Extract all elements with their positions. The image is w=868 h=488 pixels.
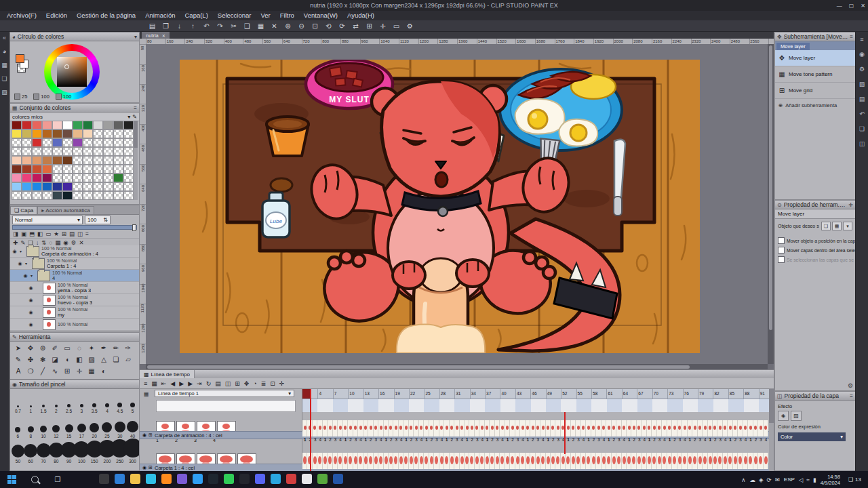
frame-cel[interactable] (652, 420, 656, 436)
brush-size-option[interactable]: 3 (75, 389, 88, 414)
frame-cel[interactable] (495, 453, 500, 469)
color-swatch[interactable] (83, 156, 93, 165)
frame-cel[interactable] (465, 420, 469, 436)
frame-cel[interactable] (353, 453, 358, 469)
frame-cel[interactable] (399, 420, 403, 436)
color-swatch[interactable] (52, 138, 62, 147)
frame-cel[interactable] (358, 453, 363, 469)
color-swatch[interactable] (123, 138, 134, 147)
color-swatch[interactable] (73, 174, 83, 182)
color-swatch[interactable] (62, 165, 73, 174)
color-swatch[interactable] (113, 138, 123, 147)
frame-cel[interactable] (647, 420, 652, 436)
start-button[interactable] (0, 471, 23, 488)
frame-cel[interactable] (546, 453, 551, 469)
language-indicator[interactable]: ESP (784, 476, 795, 483)
app-word[interactable] (330, 470, 346, 488)
brush-size-option[interactable]: 30 (113, 414, 126, 439)
brush-size-option[interactable]: 5 (126, 389, 139, 414)
menu-item[interactable]: Filtro (276, 11, 298, 20)
frame-cel[interactable] (728, 453, 732, 469)
brush-size-option[interactable]: 1 (24, 389, 37, 414)
brush-size-option[interactable]: 1.5 (37, 389, 50, 414)
app-file-explorer[interactable] (127, 470, 143, 488)
new-file-icon[interactable]: ▤ (148, 22, 157, 30)
color-swatch[interactable] (93, 165, 103, 174)
tool-gradient[interactable]: ▨ (85, 354, 98, 365)
color-swatch[interactable] (22, 165, 32, 174)
color-swatch[interactable] (103, 121, 113, 129)
frame-cel[interactable] (555, 453, 560, 469)
menu-item[interactable]: Gestión de la página (73, 11, 140, 20)
frame-cel[interactable] (596, 453, 601, 469)
color-swatch[interactable] (62, 182, 73, 191)
frame-cel[interactable] (384, 420, 389, 436)
frame-cel[interactable] (450, 453, 454, 469)
tool-brush[interactable]: ✎ (12, 354, 24, 365)
tool-zoom[interactable]: ⊕ (37, 342, 49, 354)
frame-cel[interactable] (439, 453, 444, 469)
color-swatch[interactable] (42, 147, 52, 156)
camera-track-strip[interactable] (156, 400, 296, 412)
frame-cel[interactable] (667, 453, 672, 469)
color-swatch[interactable] (123, 147, 134, 156)
menu-item[interactable]: Ver (256, 11, 274, 20)
ruler-icon[interactable]: ▭ (392, 22, 401, 30)
document-tab[interactable]: nutria ✕ (142, 32, 170, 39)
close-button[interactable]: ✕ (861, 3, 865, 9)
subtool-item[interactable]: ✥ Move layer (775, 50, 855, 66)
frame-cel[interactable] (460, 453, 465, 469)
object-mode-2-button[interactable]: ▦ (832, 222, 842, 230)
color-swatch[interactable] (73, 182, 83, 191)
frame-cel[interactable] (317, 453, 322, 469)
frame-cel[interactable] (672, 420, 677, 436)
frame-cel[interactable] (343, 420, 348, 436)
frame-cel[interactable] (419, 420, 424, 436)
brush-size-option[interactable]: 6 (12, 414, 24, 439)
navigator-tab-icon[interactable]: ▧ (1, 89, 7, 96)
color-swatch[interactable] (12, 182, 22, 191)
color-swatch[interactable] (103, 174, 113, 182)
color-swatch[interactable] (73, 129, 83, 138)
subtool-item[interactable]: ▦ Move tone pattern (775, 66, 855, 83)
open-file-icon[interactable]: ❐ (161, 22, 170, 30)
tool-pattern[interactable]: ▦ (85, 365, 98, 377)
color-swatch[interactable] (32, 165, 42, 174)
frame-cel[interactable] (627, 453, 631, 469)
frame-cel[interactable] (358, 420, 363, 436)
panel-menu-icon[interactable]: ▾ (134, 34, 137, 40)
timeline-list-icon[interactable]: ▦ (151, 380, 157, 387)
frame-cel[interactable] (662, 453, 667, 469)
export-icon[interactable]: ↑ (189, 22, 197, 30)
frame-cel[interactable] (414, 420, 418, 436)
frame-cel[interactable] (510, 420, 515, 436)
cel-thumbs-icon[interactable]: ◫ (225, 380, 231, 387)
frame-cel[interactable] (444, 453, 449, 469)
frame-cel[interactable] (475, 420, 479, 436)
tab-auto-action[interactable]: ▸Acción automática (37, 206, 94, 214)
expand-icon[interactable]: ⊞ (149, 465, 153, 470)
frame-cel[interactable] (302, 420, 307, 436)
app-whatsapp[interactable] (221, 470, 237, 488)
flip-icon[interactable]: ⇄ (351, 22, 360, 30)
color-swatch[interactable] (12, 191, 22, 200)
frame-cel[interactable] (642, 420, 646, 436)
hue-selector[interactable] (64, 64, 69, 69)
frame-cel[interactable] (479, 453, 484, 469)
color-swatch[interactable] (32, 147, 42, 156)
frame-cel[interactable] (576, 420, 580, 436)
color-swatch[interactable] (113, 174, 123, 182)
brush-size-option[interactable]: 70 (37, 439, 50, 464)
frame-cel[interactable] (713, 420, 717, 436)
color-swatch[interactable] (113, 129, 123, 138)
eye-icon[interactable]: ◉ (142, 432, 146, 438)
option-row[interactable]: Se seleccionan las capas que se mu (775, 253, 855, 263)
frame-cel[interactable] (317, 420, 322, 436)
brush-size-option[interactable]: 0.7 (12, 389, 24, 414)
color-swatch[interactable] (52, 182, 62, 191)
frame-cel[interactable] (586, 453, 591, 469)
frame-cel[interactable] (551, 453, 555, 469)
panel-menu-icon[interactable]: ≡ (850, 393, 853, 399)
frame-cel[interactable] (338, 453, 342, 469)
color-swatch[interactable] (52, 165, 62, 174)
